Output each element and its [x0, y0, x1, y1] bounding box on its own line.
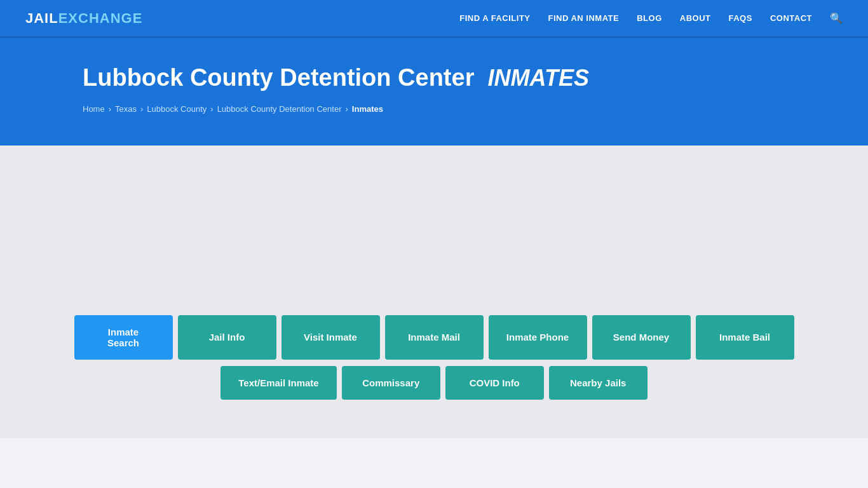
- nav-contact[interactable]: CONTACT: [770, 13, 812, 23]
- send-money-button[interactable]: Send Money: [592, 315, 691, 360]
- logo-jail-text: JAIL: [25, 10, 58, 27]
- breadcrumb-sep-2: ›: [140, 104, 143, 114]
- page-title: Lubbock County Detention Center INMATES: [83, 64, 785, 93]
- main-nav: FIND A FACILITY FIND AN INMATE BLOG ABOU…: [459, 12, 843, 24]
- breadcrumb: Home › Texas › Lubbock County › Lubbock …: [83, 104, 785, 114]
- breadcrumb-sep-1: ›: [109, 104, 111, 114]
- site-header: JAILEXCHANGE FIND A FACILITY FIND AN INM…: [0, 0, 868, 38]
- nav-about[interactable]: ABOUT: [680, 13, 711, 23]
- breadcrumb-sep-3: ›: [210, 104, 213, 114]
- inmate-mail-button[interactable]: Inmate Mail: [385, 315, 484, 360]
- logo-exchange-text: EXCHANGE: [58, 10, 143, 27]
- breadcrumb-current: Inmates: [352, 104, 383, 114]
- logo[interactable]: JAILEXCHANGE: [25, 10, 142, 27]
- main-content: Inmate Search Jail Info Visit Inmate Inm…: [0, 146, 868, 438]
- nav-find-inmate[interactable]: FIND AN INMATE: [548, 13, 620, 23]
- inmate-search-button[interactable]: Inmate Search: [74, 315, 173, 360]
- buttons-section: Inmate Search Jail Info Visit Inmate Inm…: [0, 315, 868, 400]
- commissary-button[interactable]: Commissary: [342, 366, 440, 400]
- nav-blog[interactable]: BLOG: [637, 13, 662, 23]
- breadcrumb-home[interactable]: Home: [83, 104, 105, 114]
- hero-banner: Lubbock County Detention Center INMATES …: [0, 38, 868, 146]
- breadcrumb-detention-center[interactable]: Lubbock County Detention Center: [217, 104, 342, 114]
- breadcrumb-lubbock-county[interactable]: Lubbock County: [147, 104, 207, 114]
- inmate-phone-button[interactable]: Inmate Phone: [489, 315, 587, 360]
- inmate-bail-button[interactable]: Inmate Bail: [696, 315, 794, 360]
- breadcrumb-sep-4: ›: [346, 104, 348, 114]
- nav-find-facility[interactable]: FIND A FACILITY: [459, 13, 530, 23]
- page-title-italic: INMATES: [488, 65, 589, 91]
- jail-info-button[interactable]: Jail Info: [178, 315, 276, 360]
- nav-faqs[interactable]: FAQs: [729, 13, 752, 23]
- visit-inmate-button[interactable]: Visit Inmate: [281, 315, 380, 360]
- text-email-inmate-button[interactable]: Text/Email Inmate: [220, 366, 336, 400]
- covid-info-button[interactable]: COVID Info: [445, 366, 544, 400]
- search-icon-button[interactable]: 🔍: [830, 12, 843, 24]
- page-title-main: Lubbock County Detention Center: [83, 64, 474, 91]
- nearby-jails-button[interactable]: Nearby Jails: [549, 366, 648, 400]
- buttons-row-1: Inmate Search Jail Info Visit Inmate Inm…: [74, 315, 794, 360]
- buttons-row-2: Text/Email Inmate Commissary COVID Info …: [220, 366, 647, 400]
- breadcrumb-texas[interactable]: Texas: [115, 104, 137, 114]
